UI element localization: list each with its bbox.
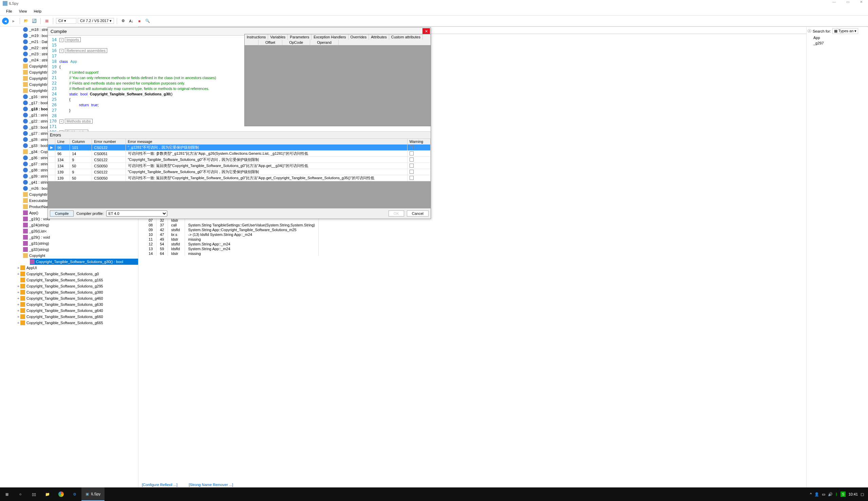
back-button[interactable]: ◄ <box>2 18 9 24</box>
error-row[interactable]: 1349CS0122"Copyright_Tangible_Software_S… <box>48 157 431 163</box>
il-tab[interactable]: Attributes <box>369 34 389 40</box>
compiler-profile-dropdown[interactable]: ET 4.0 <box>106 211 167 216</box>
expander-icon[interactable]: + <box>16 301 20 308</box>
expander-icon[interactable]: + <box>16 271 20 277</box>
search-type-dropdown[interactable]: ▦ Types an ▾ <box>832 28 858 34</box>
tree-item[interactable]: +Copyright_Tangible_Software_Solutions_g… <box>16 308 138 313</box>
collapse-fields-stubs-icon[interactable]: + <box>59 130 64 131</box>
tree-item[interactable]: +Copyright_Tangible_Software_Solutions_g… <box>16 295 138 301</box>
warning-checkbox[interactable] <box>410 151 414 156</box>
tray-up-icon[interactable]: ^ <box>810 492 812 496</box>
collapse-methods-stubs-icon[interactable]: + <box>59 119 64 124</box>
tree-item[interactable]: _g32(string) <box>23 246 138 253</box>
tree-item[interactable]: Copyright_Tangible_Software_Solutions_g1… <box>16 277 138 283</box>
people-icon[interactable]: 👤 <box>814 492 819 497</box>
expander-icon[interactable]: + <box>16 308 20 313</box>
warning-checkbox[interactable] <box>410 176 414 180</box>
collapse-references-icon[interactable]: + <box>59 49 64 53</box>
ime-icon[interactable]: S <box>840 491 846 497</box>
tree-item[interactable]: _g29() : void <box>23 234 138 240</box>
minimize-button[interactable]: — <box>827 0 841 6</box>
expander-icon[interactable]: + <box>16 265 20 271</box>
il-tabs[interactable]: InstructionsVariablesParametersException… <box>245 34 431 40</box>
search-result-item[interactable]: _g297 <box>806 40 868 46</box>
assembly-icon[interactable]: ▦ <box>43 18 50 24</box>
warning-checkbox[interactable] <box>410 163 414 168</box>
il-tab[interactable]: Overrides <box>348 34 369 40</box>
system-tray[interactable]: ^ 👤 ▭ 🔊 ᛒ S 10:41 ▢ <box>810 491 868 497</box>
il-tab[interactable]: Exception Handlers <box>312 34 348 40</box>
notifications-icon[interactable]: ▢ <box>860 492 864 497</box>
il-tab[interactable]: Instructions <box>245 34 268 40</box>
chrome-icon[interactable] <box>54 488 68 501</box>
close-button[interactable]: ✕ <box>855 0 868 6</box>
sort-icon[interactable]: A↓ <box>128 18 135 24</box>
tree-item[interactable]: +Copyright_Tangible_Software_Solutions_g… <box>16 283 138 289</box>
expander-icon[interactable]: + <box>16 289 20 295</box>
il-tab[interactable]: Custom attributes <box>389 34 423 40</box>
error-row[interactable]: 13950CS0050可访问性不一致: 返回类型"Copyright_Tangi… <box>48 175 431 181</box>
strong-name-remover-link[interactable]: Strong Name Remover ... <box>189 483 233 487</box>
errors-table[interactable]: Line Column Error number Error message W… <box>48 138 431 181</box>
gear-icon[interactable]: ⚙ <box>120 18 127 24</box>
cortana-icon[interactable]: ○ <box>13 488 27 501</box>
tree-item[interactable]: +Copyright_Tangible_Software_Solutions_g… <box>16 313 138 320</box>
task-view-icon[interactable]: ▯▯ <box>27 488 41 501</box>
disasm-row[interactable]: 0942stsfldSystem.String App::Copyright_T… <box>139 227 319 232</box>
tree-item[interactable]: +Copyright_Tangible_Software_Solutions_g… <box>16 320 138 326</box>
error-row[interactable]: 9614CS0051可访问性不一致: 参数类型"_g1281"比方法"App._… <box>48 151 431 157</box>
close-search-icon[interactable]: ⓧ <box>807 29 811 34</box>
menu-file[interactable]: File <box>3 8 15 14</box>
windows-taskbar[interactable]: ⊞ ○ ▯▯ 📁 ⚙ ▣ILSpy ^ 👤 ▭ 🔊 ᛒ S 10:41 ▢ <box>0 488 868 501</box>
tree-item[interactable]: _g26(List< <box>23 228 138 234</box>
tree-item[interactable]: +Copyright_Tangible_Software_Solutions_g… <box>16 301 138 308</box>
menu-view[interactable]: View <box>15 8 31 14</box>
expander-icon[interactable]: + <box>16 313 20 320</box>
error-row[interactable]: 13450CS0050可访问性不一致: 返回类型"Copyright_Tangi… <box>48 163 431 169</box>
search-result-item[interactable]: App <box>806 35 868 40</box>
language-version-dropdown[interactable]: C# 7.2 / VS 2017 ▾ <box>78 18 114 24</box>
tree-item[interactable]: _g24(string) <box>23 222 138 228</box>
tree-item[interactable]: +Copyright_Tangible_Software_Solutions_g… <box>16 271 138 277</box>
disasm-row[interactable]: 0837callSystem.String TangibleSettings::… <box>139 223 319 227</box>
menu-help[interactable]: Help <box>30 8 45 14</box>
disasm-row[interactable]: 1149ldstrmissing <box>139 237 319 242</box>
stop-icon[interactable]: ■ <box>136 18 143 24</box>
disasm-row[interactable]: 1464ldstrmissing <box>139 251 319 256</box>
warning-checkbox[interactable] <box>410 158 414 162</box>
tree-item[interactable]: Copyright <box>23 253 138 259</box>
forward-button[interactable]: ► <box>10 18 17 24</box>
error-row[interactable]: 1399CS0122"Copyright_Tangible_Software_S… <box>48 169 431 175</box>
compile-button[interactable]: Compile <box>50 211 74 216</box>
ilspy-taskbar-button[interactable]: ▣ILSpy <box>82 488 105 501</box>
settings-icon[interactable]: ⚙ <box>68 488 82 501</box>
ok-button[interactable]: OK <box>389 211 404 216</box>
tree-item[interactable]: +AppUI <box>16 265 138 271</box>
file-explorer-icon[interactable]: 📁 <box>41 488 54 501</box>
disasm-row[interactable]: 1254stsfldSystem.String App::_m24 <box>139 242 319 246</box>
collapse-imports-icon[interactable]: + <box>59 38 64 42</box>
warning-checkbox[interactable] <box>410 145 414 149</box>
refresh-icon[interactable]: 🔄 <box>31 18 38 24</box>
open-icon[interactable]: 📂 <box>23 18 30 24</box>
warning-checkbox[interactable] <box>410 170 414 174</box>
configure-reflexil-link[interactable]: Configure Reflexil ... <box>142 483 177 487</box>
maximize-button[interactable]: ▭ <box>841 0 855 6</box>
expander-icon[interactable]: + <box>16 320 20 326</box>
disasm-row[interactable]: 1047br.s-> (13) ldsfld System.String App… <box>139 232 319 237</box>
network-icon[interactable]: ▭ <box>822 492 825 497</box>
start-button[interactable]: ⊞ <box>0 488 13 501</box>
bluetooth-icon[interactable]: ᛒ <box>835 492 838 496</box>
cancel-button[interactable]: Cancel <box>407 211 428 216</box>
tree-item-selected[interactable]: Copyright_Tangible_Software_Solutions_g3… <box>30 259 138 265</box>
expander-icon[interactable]: + <box>16 295 20 301</box>
error-row[interactable]: ▶96101CS0122"_g1281"不可访问，因为它受保护级别限制 <box>48 145 431 151</box>
expander-icon[interactable]: + <box>16 283 20 289</box>
il-tab[interactable]: Parameters <box>288 34 312 40</box>
search-icon[interactable]: 🔍 <box>144 18 151 24</box>
tree-item[interactable]: _g31(string) <box>23 240 138 246</box>
il-tab[interactable]: Variables <box>268 34 288 40</box>
volume-icon[interactable]: 🔊 <box>828 492 833 497</box>
tree-item[interactable]: +Copyright_Tangible_Software_Solutions_g… <box>16 289 138 295</box>
language-dropdown[interactable]: C# ▾ <box>56 18 76 24</box>
